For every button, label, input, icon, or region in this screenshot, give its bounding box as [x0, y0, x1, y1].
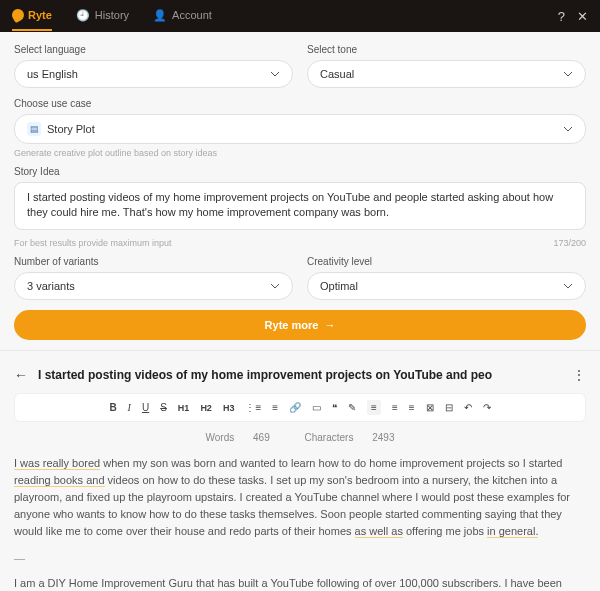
editor-toolbar: B I U S H1 H2 H3 ⋮≡ ≡ 🔗 ▭ ❝ ✎ ≡ ≡ ≡ ⊠ ⊟ …	[14, 393, 586, 422]
lang-select[interactable]: us English	[14, 60, 293, 88]
clear-button-2[interactable]: ⊟	[445, 402, 453, 413]
highlight-button[interactable]: ✎	[348, 402, 356, 413]
bullet-list-button[interactable]: ⋮≡	[245, 402, 261, 413]
variants-label: Number of variants	[14, 256, 293, 267]
clear-button-1[interactable]: ⊠	[426, 402, 434, 413]
nav-ryte[interactable]: Ryte	[12, 1, 52, 31]
editor-stats: Words 469 Characters 2493	[14, 432, 586, 443]
idea-hint: For best results provide maximum input	[14, 238, 172, 248]
usecase-value: Story Plot	[47, 123, 95, 135]
usecase-label: Choose use case	[14, 98, 586, 109]
help-icon[interactable]: ?	[558, 9, 565, 24]
image-button[interactable]: ▭	[312, 402, 321, 413]
undo-button[interactable]: ↶	[464, 402, 472, 413]
ryte-more-button[interactable]: Ryte more→	[14, 310, 586, 340]
align-right-button[interactable]: ≡	[409, 402, 415, 413]
number-list-button[interactable]: ≡	[272, 402, 278, 413]
redo-button[interactable]: ↷	[483, 402, 491, 413]
account-icon: 👤	[153, 9, 167, 22]
variants-select[interactable]: 3 variants	[14, 272, 293, 300]
quote-button[interactable]: ❝	[332, 402, 337, 413]
tone-label: Select tone	[307, 44, 586, 55]
idea-counter: 173/200	[553, 238, 586, 248]
usecase-icon: ▤	[27, 122, 41, 136]
h1-button[interactable]: H1	[178, 403, 190, 413]
form-panel: Select language us English Select tone C…	[0, 32, 600, 591]
creativity-label: Creativity level	[307, 256, 586, 267]
nav-history[interactable]: 🕘History	[76, 1, 129, 32]
lang-label: Select language	[14, 44, 293, 55]
idea-input[interactable]	[14, 182, 586, 230]
idea-label: Story Idea	[14, 166, 586, 177]
close-icon[interactable]: ✕	[577, 9, 588, 24]
editor-content[interactable]: I was really bored when my son was born …	[14, 455, 586, 591]
topbar: Ryte 🕘History 👤Account ? ✕	[0, 0, 600, 32]
bold-button[interactable]: B	[109, 402, 116, 413]
creativity-select[interactable]: Optimal	[307, 272, 586, 300]
h3-button[interactable]: H3	[223, 403, 235, 413]
separator: —	[14, 550, 586, 567]
align-center-button[interactable]: ≡	[392, 402, 398, 413]
strike-button[interactable]: S	[160, 402, 167, 413]
underline-button[interactable]: U	[142, 402, 149, 413]
usecase-hint: Generate creative plot outline based on …	[14, 148, 586, 158]
divider	[0, 350, 600, 351]
align-left-button[interactable]: ≡	[367, 400, 381, 415]
output-title: I started posting videos of my home impr…	[38, 368, 562, 382]
paragraph-1: I was really bored when my son was born …	[14, 455, 586, 540]
back-button[interactable]: ←	[14, 367, 28, 383]
link-button[interactable]: 🔗	[289, 402, 301, 413]
nav-account[interactable]: 👤Account	[153, 1, 212, 32]
tone-select[interactable]: Casual	[307, 60, 586, 88]
h2-button[interactable]: H2	[200, 403, 212, 413]
paragraph-2: I am a DIY Home Improvement Guru that ha…	[14, 575, 586, 591]
logo-icon	[10, 7, 26, 23]
usecase-select[interactable]: ▤ Story Plot	[14, 114, 586, 144]
history-icon: 🕘	[76, 9, 90, 22]
italic-button[interactable]: I	[128, 402, 131, 413]
more-menu[interactable]: ⋮	[572, 367, 586, 383]
arrow-right-icon: →	[324, 319, 335, 331]
